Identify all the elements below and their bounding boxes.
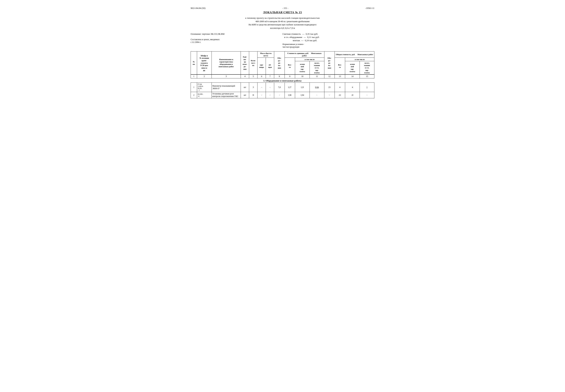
row2-mass-unit: - (258, 92, 266, 98)
row1-qty: 3 (249, 83, 258, 92)
col-header-mass-unit: еди-ницы (258, 57, 266, 74)
row2-qty: II (249, 92, 258, 98)
col-num-6: 6 (258, 74, 266, 78)
col-header-unit: Еди-ни-цаизме-ре-ния (241, 52, 249, 75)
col-header-expl-unit: экспл.машинв т.ч.зар-платы (310, 61, 324, 74)
col-num-3: 3 (212, 74, 241, 78)
row2-name: Установка датчиков реле контроля сопроти… (212, 92, 241, 98)
compiled-label: Составлена в ценах, вводимых (191, 38, 273, 41)
col-header-vsego-unit: Все-го (285, 57, 295, 74)
col-num-13: 13 (334, 74, 345, 78)
col-header-name: Наименование ихарактеристикаоборудования… (212, 52, 241, 75)
col-num-8: 8 (274, 74, 285, 78)
row1-num: 1 (191, 83, 197, 92)
col-header-montazh-total: Общая стоимость, руб. Монтажных работ (334, 52, 374, 58)
row1-mass-unit: - (258, 83, 266, 92)
col-header-num: №пп (191, 52, 197, 75)
col-header-expl-total: экспл.машинв т.ч.зар-платы (360, 61, 374, 74)
vt-oborud-label: в т.ч. оборудование (284, 36, 303, 39)
col-num-12: 12 (324, 74, 334, 78)
smetnaya-label: Сметная стоимость (283, 33, 301, 35)
col-header-montazh-unit: Стоимость единицы, руб. Монтажных работ (285, 52, 324, 58)
doc-number-left: 902-I-84.84 (XI) (191, 7, 205, 10)
col-num-10: 10 (295, 74, 310, 78)
row2-col12: - (324, 92, 334, 98)
col-num-1: 1 (191, 74, 197, 78)
col-num-5: 5 (249, 74, 258, 78)
row2-col10: I,94 (295, 92, 310, 98)
row1-unit: шт (241, 83, 249, 92)
row2-unit: шт (241, 92, 249, 98)
row1-col8: 7,8 (274, 83, 285, 92)
col-header-osnov-unit: основнойзар-платы (295, 61, 310, 74)
document-title: ЛОКАЛЬНАЯ СМЕТА № 15 (191, 11, 374, 14)
montazh-label: монтаж (293, 39, 300, 42)
row2-col8: - (274, 92, 285, 98)
col-num-11: 11 (310, 74, 324, 78)
row2-col15: - (360, 92, 374, 98)
section-header-row: I. Оборудование и монтажные работы (191, 78, 374, 83)
col-header-qty: Коли-чест-во (249, 52, 258, 75)
col-header-vsego-total: Все-го (334, 57, 345, 74)
col-header-row-1: №пп Шифр и№ позициипрейс-курантаУСН цен-… (191, 52, 374, 58)
page-number: - 151 - (283, 7, 289, 10)
col-header-osnov-total: основнойзар-платы (345, 61, 360, 74)
col-header-oborud-unit: Обо-ру-до-ва-ния (274, 52, 285, 75)
col-header-code: Шифр и№ позициипрейс-курантаУСН цен-ника… (197, 52, 212, 75)
info-section: Основание: чертежи ЭК.СО;ЭК.ВМ Составлен… (191, 33, 374, 48)
col-num-2: 2 (197, 74, 212, 78)
subtitle-line-3: На КИП и средства автоматизации при глуб… (249, 23, 317, 26)
row1-code: I7-04 2-0016 II-93- - 7 (197, 83, 212, 92)
col-header-mass-total: об-щая (266, 57, 274, 74)
col-header-vtomchisle-unit: в том числе (295, 57, 324, 61)
row1-col14: 4 (345, 83, 360, 92)
col-num-7: 7 (266, 74, 274, 78)
subtitle-line-4: коллектора 4,0; 6,6 и 7,0 м (270, 27, 295, 29)
row2-code: II-630- -4 (197, 92, 212, 98)
normativ-label: Нормативная условно- (283, 43, 374, 46)
row2-mass-total: - (266, 92, 274, 98)
col-header-mass: Масса бруттонетто (258, 52, 274, 58)
col-num-9: 9 (285, 74, 295, 78)
row1-col15: I (360, 83, 374, 92)
subtitle-block: к типовому проекту на строительство насо… (191, 16, 374, 29)
section-header-text: I. Оборудование и монтажные работы (191, 78, 374, 83)
table-row: 1 I7-04 2-0016 II-93- - 7 Манометр показ… (191, 83, 374, 92)
row1-col10: I,2I (295, 83, 310, 92)
montazh-value: 0,24 тыс.руб. (305, 39, 317, 42)
main-table: №пп Шифр и№ позициипрейс-курантаУСН цен-… (191, 51, 374, 98)
row1-col12: 23 (324, 83, 334, 92)
col-num-4: 4 (241, 74, 249, 78)
smetnaya-value: 0,35 тыс.руб. (306, 33, 318, 35)
row2-col9: I,98 (285, 92, 295, 98)
row1-col13: 4 (334, 83, 345, 92)
row2-col13: 22 (334, 92, 345, 98)
vt-oborud-value: 0,11 тыс.руб. (307, 36, 319, 39)
table-row: 2 II-630- -4 Установка датчиков реле кон… (191, 92, 374, 98)
col-header-vtomchisle-total: в том числе (345, 57, 374, 61)
row1-name: Манометр показывающий ЭКМ-IУ (212, 83, 241, 92)
basis-label: Основание: чертежи ЭК.СО;ЭК.ВМ (191, 33, 273, 35)
row2-num: 2 (191, 92, 197, 98)
doc-number-right: -19561-11 (365, 7, 374, 10)
row1-col11: 0,04 (310, 83, 324, 92)
compiled-date: с I.I.1984 г. (191, 41, 273, 43)
row1-mass-total: - (266, 83, 274, 92)
row2-col14: 2I (345, 92, 360, 98)
row1-col9: I,27 (285, 83, 295, 92)
normativ-label2: чистая продукция (283, 46, 374, 48)
info-right: Сметная стоимость — 0,35 тыс.руб. в т.ч.… (283, 33, 374, 48)
col-num-15: 15 (360, 74, 374, 78)
col-header-oborud-total: Обо-ру-до-ва-ния (324, 52, 334, 75)
row2-col11: - (310, 92, 324, 98)
subtitle-line-2: 400-2000 м3/ч напором 30-40 м с решеткам… (255, 20, 309, 23)
subtitle-line-1: к типовому проекту на строительство насо… (245, 17, 320, 19)
info-left: Основание: чертежи ЭК.СО;ЭК.ВМ Составлен… (191, 33, 273, 48)
col-numbers-row: 1 2 3 4 5 6 7 8 9 10 11 12 13 14 15 (191, 74, 374, 78)
col-num-14: 14 (345, 74, 360, 78)
